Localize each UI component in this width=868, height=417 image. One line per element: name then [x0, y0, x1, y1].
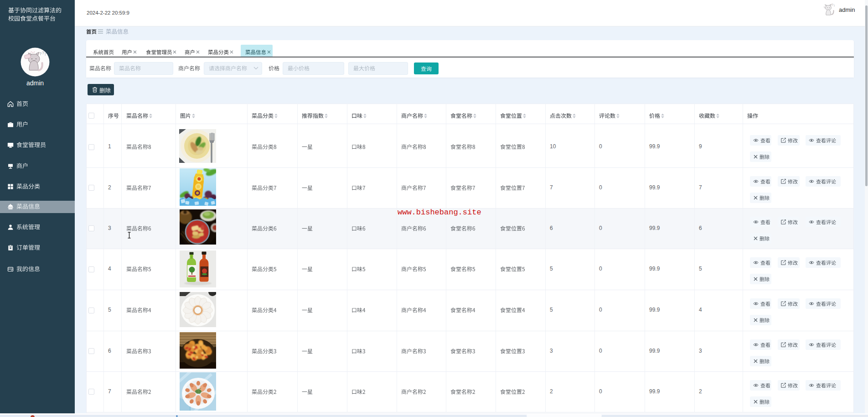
- svg-text:?: ?: [832, 3, 833, 6]
- svg-text:?: ?: [39, 52, 41, 56]
- svg-text:!: !: [834, 4, 835, 7]
- svg-text:?: ?: [42, 51, 44, 55]
- svg-text:!: !: [45, 52, 46, 57]
